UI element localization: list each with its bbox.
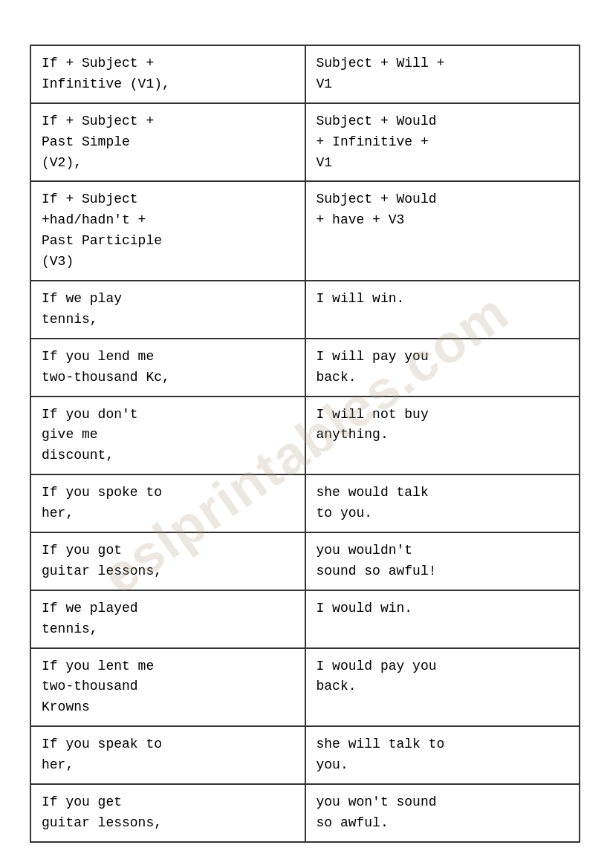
table-row: If we played tennis,I would win. (30, 590, 580, 648)
table-cell-right: you won't sound so awful. (305, 784, 580, 842)
table-cell-right: I will not buy anything. (305, 397, 580, 475)
table-cell-right: she would talk to you. (305, 474, 580, 532)
grammar-table: If + Subject + Infinitive (V1),Subject +… (30, 45, 580, 843)
table-cell-left: If you spoke to her, (30, 474, 305, 532)
table-row: If you lent me two-thousand KrownsI woul… (30, 648, 580, 727)
table-cell-left: If you don't give me discount, (30, 397, 305, 475)
table-cell-left: If + Subject + Past Simple (V2), (30, 103, 305, 182)
table-row: If you get guitar lessons,you won't soun… (30, 784, 580, 842)
table-cell-left: If you lent me two-thousand Krowns (30, 648, 305, 727)
table-cell-right: Subject + Will + V1 (305, 45, 580, 103)
table-cell-right: I will pay you back. (305, 339, 580, 397)
table-cell-left: If you got guitar lessons, (30, 532, 305, 590)
table-row: If you lend me two-thousand Kc,I will pa… (30, 339, 580, 397)
table-cell-right: Subject + Would + Infinitive + V1 (305, 103, 580, 182)
table-cell-left: If you lend me two-thousand Kc, (30, 339, 305, 397)
table-cell-right: she will talk to you. (305, 726, 580, 784)
table-cell-right: I would win. (305, 590, 580, 648)
table-cell-left: If we play tennis, (30, 281, 305, 339)
page-container: eslprintables.com If + Subject + Infinit… (30, 45, 580, 843)
table-row: If you got guitar lessons,you wouldn't s… (30, 532, 580, 590)
table-cell-right: I will win. (305, 281, 580, 339)
table-cell-left: If you get guitar lessons, (30, 784, 305, 842)
table-row: If you don't give me discount,I will not… (30, 397, 580, 475)
table-row: If you spoke to her,she would talk to yo… (30, 474, 580, 532)
table-cell-left: If + Subject +had/hadn't + Past Particip… (30, 181, 305, 281)
table-cell-right: you wouldn't sound so awful! (305, 532, 580, 590)
table-row: If you speak to her,she will talk to you… (30, 726, 580, 784)
table-row: If + Subject + Infinitive (V1),Subject +… (30, 45, 580, 103)
table-cell-left: If we played tennis, (30, 590, 305, 648)
table-cell-right: Subject + Would + have + V3 (305, 181, 580, 281)
table-cell-right: I would pay you back. (305, 648, 580, 727)
table-row: If we play tennis,I will win. (30, 281, 580, 339)
table-cell-left: If + Subject + Infinitive (V1), (30, 45, 305, 103)
table-row: If + Subject +had/hadn't + Past Particip… (30, 181, 580, 281)
table-row: If + Subject + Past Simple (V2),Subject … (30, 103, 580, 182)
table-cell-left: If you speak to her, (30, 726, 305, 784)
